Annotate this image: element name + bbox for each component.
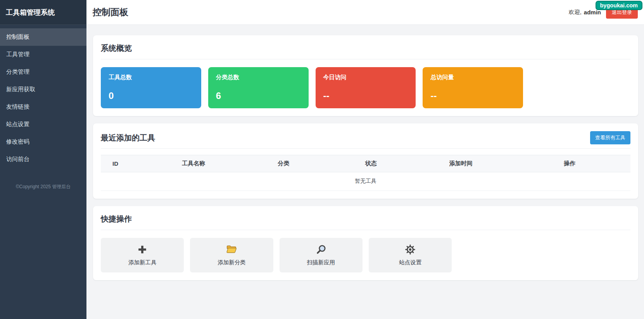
- gear-icon: [405, 244, 416, 255]
- quick-action-tile[interactable]: 站点设置: [369, 238, 452, 272]
- overview-title: 系统概览: [101, 43, 630, 59]
- stat-label: 今日访问: [323, 74, 408, 81]
- recent-tools-card: 最近添加的工具 查看所有工具 ID工具名称分类状态添加时间操作 暂无工具: [93, 123, 638, 199]
- actions-grid: 添加新工具 添加新分类 扫描新应用 站点设置: [101, 238, 630, 272]
- sidebar-item[interactable]: 访问前台: [0, 151, 86, 168]
- sidebar-item[interactable]: 分类管理: [0, 63, 86, 81]
- welcome-prefix: 欢迎,: [569, 9, 582, 16]
- stat-card: 分类总数 6: [208, 67, 309, 108]
- quick-action-label: 添加新分类: [194, 259, 269, 266]
- column-header: 操作: [509, 155, 630, 172]
- stat-card: 工具总数 0: [101, 67, 201, 108]
- sidebar-item[interactable]: 新应用获取: [0, 81, 86, 98]
- copyright-text: ©Copyright 2025 管理后台: [0, 184, 86, 190]
- stat-card: 今日访问 --: [316, 67, 416, 108]
- quick-action-icon-wrap: [283, 244, 359, 255]
- search-icon: [316, 244, 326, 255]
- quick-action-icon-wrap: [194, 244, 269, 255]
- column-header: 添加时间: [413, 155, 509, 172]
- sidebar-item[interactable]: 友情链接: [0, 98, 86, 116]
- sidebar: 工具箱管理系统 控制面板 工具管理 分类管理 新应用获取 友情链接 站点设置 修…: [0, 0, 86, 319]
- stat-value: --: [323, 90, 408, 101]
- recent-tools-table: ID工具名称分类状态添加时间操作 暂无工具: [101, 155, 630, 191]
- sidebar-item-label: 友情链接: [6, 103, 29, 110]
- app-title: 工具箱管理系统: [0, 0, 86, 25]
- quick-actions-card: 快捷操作 添加新工具 添加新分类 扫描新应用 站点设置: [93, 206, 638, 280]
- quick-action-label: 添加新工具: [105, 259, 180, 266]
- quick-action-icon-wrap: [373, 244, 448, 255]
- column-header: 状态: [328, 155, 413, 172]
- sidebar-item[interactable]: 工具管理: [0, 46, 86, 63]
- welcome-text: 欢迎, admin: [569, 9, 601, 16]
- sidebar-item-label: 站点设置: [6, 121, 29, 127]
- sidebar-item[interactable]: 修改密码: [0, 133, 86, 151]
- column-header: 工具名称: [148, 155, 238, 172]
- main-area: bygoukai.com 控制面板 欢迎, admin 退出登录 系统概览 工具…: [86, 0, 644, 319]
- table-empty-row: 暂无工具: [101, 172, 630, 191]
- stat-label: 总访问量: [430, 74, 515, 81]
- plus-icon: [137, 244, 148, 255]
- quick-action-tile[interactable]: 扫描新应用: [280, 238, 363, 272]
- sidebar-item-label: 修改密码: [6, 138, 29, 145]
- column-header: 分类: [238, 155, 328, 172]
- stat-value: 6: [216, 90, 301, 101]
- quick-action-icon-wrap: [105, 244, 180, 255]
- sidebar-item-label: 分类管理: [6, 68, 29, 75]
- stat-label: 分类总数: [216, 74, 301, 81]
- watermark-badge[interactable]: bygoukai.com: [596, 1, 643, 10]
- quick-actions-title: 快捷操作: [101, 214, 630, 230]
- sidebar-item-label: 工具管理: [6, 51, 29, 57]
- recent-tools-title: 最近添加的工具: [101, 133, 155, 143]
- stats-grid: 工具总数 0 分类总数 6 今日访问 -- 总访问量 --: [101, 67, 630, 108]
- sidebar-menu: 控制面板 工具管理 分类管理 新应用获取 友情链接 站点设置 修改密码 访问前台: [0, 25, 86, 168]
- content: 系统概览 工具总数 0 分类总数 6 今日访问 -- 总访问量 -- 最近添加的…: [86, 25, 644, 288]
- table-header-row: ID工具名称分类状态添加时间操作: [101, 155, 630, 172]
- quick-action-label: 站点设置: [373, 259, 448, 266]
- sidebar-item-label: 控制面板: [6, 33, 29, 40]
- overview-card: 系统概览 工具总数 0 分类总数 6 今日访问 -- 总访问量 --: [93, 35, 638, 116]
- stat-card: 总访问量 --: [423, 67, 523, 108]
- view-all-tools-button[interactable]: 查看所有工具: [590, 131, 630, 144]
- column-header: ID: [101, 155, 148, 172]
- recent-tools-head: 最近添加的工具 查看所有工具: [101, 131, 630, 149]
- quick-action-tile[interactable]: 添加新分类: [190, 238, 273, 272]
- stat-value: 0: [109, 90, 193, 101]
- quick-action-label: 扫描新应用: [283, 259, 359, 266]
- topbar: 控制面板 欢迎, admin 退出登录: [86, 0, 644, 25]
- stat-label: 工具总数: [109, 74, 193, 81]
- sidebar-item[interactable]: 站点设置: [0, 116, 86, 133]
- empty-state-text: 暂无工具: [101, 172, 630, 191]
- sidebar-item-label: 访问前台: [6, 156, 29, 162]
- page-title: 控制面板: [93, 6, 128, 18]
- stat-value: --: [430, 90, 515, 101]
- sidebar-item-label: 新应用获取: [6, 86, 35, 92]
- sidebar-item[interactable]: 控制面板: [0, 28, 86, 46]
- folder-icon: [226, 244, 237, 255]
- quick-action-tile[interactable]: 添加新工具: [101, 238, 184, 272]
